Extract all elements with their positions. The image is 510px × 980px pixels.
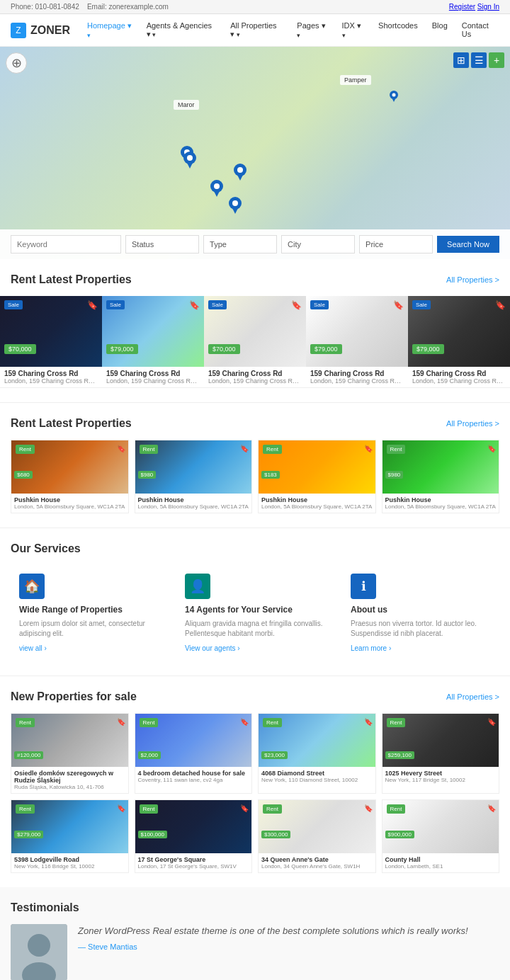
- sale-price-0: #120,000: [14, 751, 43, 759]
- sale-bookmark-2[interactable]: 🔖: [364, 718, 373, 726]
- sale-card-6[interactable]: Rent 🔖 $300,000 34 Queen Anne's Gate Lon…: [258, 799, 376, 873]
- rent-large-card-4[interactable]: Sale 🔖 $79,000 159 Charing Cross Rd Lond…: [408, 296, 510, 388]
- rent-small-bookmark-2[interactable]: 🔖: [364, 445, 373, 452]
- sale-card-7[interactable]: Rent 🔖 $900,000 County Hall London, Lamb…: [382, 799, 500, 873]
- prop-bookmark-3[interactable]: 🔖: [393, 300, 404, 310]
- sale-card-3[interactable]: Rent 🔖 $259,100 1025 Hevery Street New Y…: [382, 713, 500, 794]
- sale-bookmark-3[interactable]: 🔖: [487, 718, 496, 726]
- rent-small-badge-2: Rent: [263, 445, 282, 454]
- nav-pages[interactable]: Pages ▾: [294, 20, 330, 40]
- map-plus-btn[interactable]: +: [489, 52, 504, 68]
- rent-small-card-0[interactable]: Rent 🔖 $680 Pushkin House London, 5A Blo…: [11, 440, 129, 513]
- testimonial-text-block: Zoner WordPress Real estate theme is one…: [78, 924, 468, 951]
- prop-bookmark-0[interactable]: 🔖: [87, 300, 98, 310]
- search-price-select[interactable]: Price $0 - $100,000 $100,000+: [359, 235, 433, 253]
- sale-addr-6: London, 34 Queen Anne's Gate, SW1H: [261, 863, 373, 870]
- nav-homepage[interactable]: Homepage ▾: [84, 20, 135, 40]
- signin-link[interactable]: Sign In: [477, 3, 499, 11]
- prop-bookmark-4[interactable]: 🔖: [495, 300, 506, 310]
- rent-small-price-0: $680: [14, 471, 33, 479]
- rent-small-card-2[interactable]: Rent 🔖 $183 Pushkin House London, 5A Blo…: [258, 440, 376, 513]
- rent-small-price-3: $980: [385, 471, 404, 479]
- search-type-select[interactable]: Type House Apartment: [203, 235, 277, 253]
- prop-badge-0: Sale: [4, 300, 23, 309]
- prop-addr-3: London, 159 Charing Cross Rd, WC2H: [310, 377, 404, 384]
- sale-price-2: $23,000: [261, 751, 288, 759]
- sale-badge-1: Rent: [140, 718, 159, 727]
- sale-addr-3: New York, 117 Bridge St, 10002: [385, 777, 497, 783]
- register-link[interactable]: Register: [449, 3, 475, 11]
- map-pin-4[interactable]: [210, 180, 223, 199]
- sale-name-5: 17 St George's Square: [138, 856, 249, 863]
- rent-small-bookmark-0[interactable]: 🔖: [117, 445, 125, 452]
- sale-all-link[interactable]: All Properties >: [446, 693, 499, 701]
- svg-point-16: [392, 93, 396, 97]
- prop-bookmark-1[interactable]: 🔖: [189, 300, 200, 310]
- sale-addr-5: London, 17 St George's Square, SW1V: [138, 863, 249, 870]
- search-button[interactable]: Search Now: [437, 236, 499, 253]
- sale-bookmark-5[interactable]: 🔖: [240, 804, 249, 812]
- map-pin-2[interactable]: [183, 152, 196, 171]
- search-city-select[interactable]: City London New York: [281, 235, 355, 253]
- sale-bookmark-1[interactable]: 🔖: [240, 718, 249, 726]
- map-nav-circle[interactable]: ⊕: [6, 52, 27, 74]
- rent-large-card-3[interactable]: Sale 🔖 $79,000 159 Charing Cross Rd Lond…: [306, 296, 408, 388]
- sale-card-4[interactable]: Rent 🔖 $279,000 5398 Lodgeville Road New…: [11, 799, 129, 873]
- service-link-0[interactable]: view all ›: [19, 644, 47, 652]
- sale-addr-0: Ruda Śląska, Katowicka 10, 41-706: [14, 784, 125, 790]
- search-status-select[interactable]: Status For Rent For Sale: [125, 235, 199, 253]
- map-pin-3[interactable]: [234, 164, 246, 183]
- main-nav: Z ZONER Homepage ▾ Agents & Agencies ▾ A…: [0, 14, 510, 47]
- rent-small-all-link[interactable]: All Properties >: [446, 419, 499, 428]
- logo[interactable]: Z ZONER: [11, 23, 70, 38]
- sale-price-7: $900,000: [385, 831, 414, 838]
- map-list-btn[interactable]: ☰: [471, 52, 487, 68]
- prop-addr-2: London, 159 Charing Cross Rd, WC2H: [208, 377, 302, 384]
- rent-small-card-3[interactable]: Rent 🔖 $980 Pushkin House London, 5A Blo…: [382, 440, 500, 513]
- service-title-0: Wide Range of Properties: [19, 605, 159, 615]
- rent-large-card-0[interactable]: Sale 🔖 $70,000 159 Charing Cross Rd Lond…: [0, 296, 102, 388]
- sale-card-2[interactable]: Rent 🔖 $23,000 4068 Diamond Street New Y…: [258, 713, 376, 794]
- phone-label: Phone:: [11, 3, 33, 11]
- rent-small-name-3: Pushkin House: [385, 496, 497, 503]
- sale-info-0: Osiedle domków szeregowych w Rudzie Śląs…: [11, 767, 128, 793]
- sale-badge-6: Rent: [263, 804, 282, 814]
- map-grid-btn[interactable]: ⊞: [453, 52, 469, 68]
- sale-card-1[interactable]: Rent 🔖 $2,000 4 bedroom detached house f…: [135, 713, 253, 794]
- testimonials-section: Testimonials Zoner WordPress Real estate…: [0, 887, 510, 980]
- rent-small-name-2: Pushkin House: [261, 496, 373, 503]
- sale-info-5: 17 St George's Square London, 17 St Geor…: [135, 853, 252, 872]
- nav-all-properties[interactable]: All Properties ▾: [227, 20, 285, 40]
- prop-price-0: $70,000: [4, 344, 36, 354]
- map-pin-6[interactable]: [390, 91, 398, 104]
- nav-agents[interactable]: Agents & Agencies ▾: [144, 20, 220, 40]
- sale-card-0[interactable]: Rent 🔖 #120,000 Osiedle domków szeregowy…: [11, 713, 129, 794]
- rent-large-card-2[interactable]: Sale 🔖 $70,000 159 Charing Cross Rd Lond…: [204, 296, 306, 388]
- sale-bookmark-7[interactable]: 🔖: [487, 804, 496, 812]
- sale-bookmark-6[interactable]: 🔖: [364, 804, 373, 812]
- sale-bookmark-0[interactable]: 🔖: [117, 718, 125, 726]
- sale-card-5[interactable]: Rent 🔖 $100,000 17 St George's Square Lo…: [135, 799, 253, 873]
- nav-blog[interactable]: Blog: [429, 20, 450, 40]
- rent-small-price-1: $980: [138, 471, 157, 479]
- sale-badge-3: Rent: [387, 718, 406, 727]
- nav-shortcodes[interactable]: Shortcodes: [375, 20, 421, 40]
- nav-idx[interactable]: IDX ▾: [339, 20, 368, 40]
- sale-badge-5: Rent: [140, 804, 159, 814]
- rent-latest-all-link[interactable]: All Properties >: [446, 275, 499, 284]
- rent-small-title: Rent Latest Properties: [11, 417, 132, 430]
- prop-addr-0: London, 159 Charing Cross Rd, WC2H: [4, 377, 98, 384]
- map-pin-5[interactable]: [229, 197, 242, 216]
- rent-large-card-1[interactable]: Sale 🔖 $79,000 159 Charing Cross Rd Lond…: [102, 296, 204, 388]
- rent-small-card-1[interactable]: Rent 🔖 $980 Pushkin House London, 5A Blo…: [135, 440, 253, 513]
- services-header: Our Services: [11, 542, 499, 555]
- rent-small-bookmark-1[interactable]: 🔖: [240, 445, 249, 452]
- sale-bookmark-4[interactable]: 🔖: [117, 804, 125, 812]
- nav-contact[interactable]: Contact Us: [459, 20, 499, 40]
- service-link-1[interactable]: View our agents ›: [185, 644, 240, 652]
- sale-badge-7: Rent: [387, 804, 406, 814]
- rent-small-bookmark-3[interactable]: 🔖: [487, 445, 496, 452]
- search-keyword-input[interactable]: [11, 235, 121, 253]
- prop-bookmark-2[interactable]: 🔖: [291, 300, 302, 310]
- service-link-2[interactable]: Learn more ›: [351, 644, 391, 652]
